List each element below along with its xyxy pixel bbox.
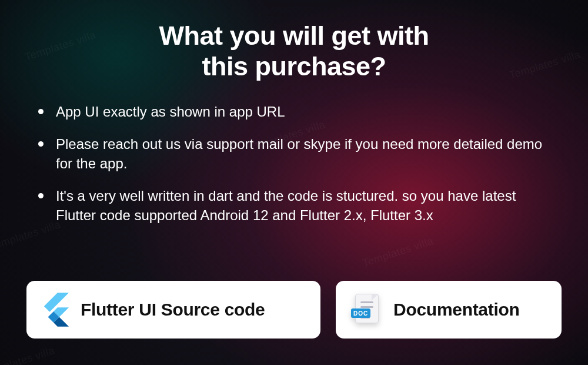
flutter-source-label: Flutter UI Source code [81, 300, 265, 320]
list-item: App UI exactly as shown in app URL [35, 102, 551, 121]
documentation-card: DOC Documentation [336, 281, 562, 339]
page-title-line2: this purchase? [202, 51, 386, 81]
flutter-icon [42, 293, 69, 327]
doc-badge-label: DOC [351, 308, 370, 318]
page-title-line1: What you will get with [159, 21, 429, 51]
list-item: It's a very well written in dart and the… [35, 186, 551, 225]
list-item: Please reach out us via support mail or … [35, 134, 551, 173]
document-icon: DOC [351, 293, 382, 327]
feature-list: App UI exactly as shown in app URL Pleas… [26, 102, 562, 277]
flutter-source-card: Flutter UI Source code [26, 281, 320, 339]
documentation-label: Documentation [393, 300, 519, 320]
cards-row: Flutter UI Source code DOC Documentation [26, 281, 562, 339]
page-container: What you will get with this purchase? Ap… [0, 0, 588, 365]
page-title: What you will get with this purchase? [26, 21, 562, 82]
